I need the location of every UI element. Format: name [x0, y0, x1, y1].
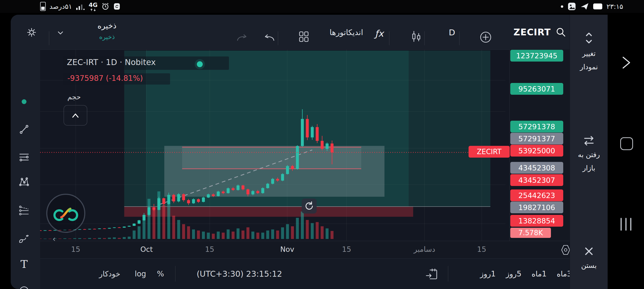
swap-arrows-icon: [582, 135, 596, 147]
price-badge: 43452307: [510, 174, 563, 186]
brush-tool[interactable]: [18, 233, 30, 245]
symbol-search-button[interactable]: ZECIRT: [513, 15, 567, 50]
save-status-label: ذخیره: [91, 32, 123, 42]
chart-type-button[interactable]: [410, 30, 423, 43]
time-axis-label: دسامبر: [414, 245, 435, 253]
fx-button[interactable]: ƒx: [375, 28, 384, 39]
nobitex-watermark: [46, 193, 86, 233]
add-button[interactable]: [479, 30, 493, 44]
price-badge: 123723945: [510, 50, 563, 62]
fib-lines-tool[interactable]: [18, 151, 30, 163]
auto-scale-button[interactable]: خودکار: [92, 258, 127, 289]
save-label: ذخیره: [91, 20, 123, 32]
dot-icon: [22, 99, 26, 104]
time-axis-label: 15: [71, 245, 80, 253]
xabcd-pattern-tool[interactable]: [18, 176, 30, 188]
battery-percent-label: ۵۱درصد: [49, 3, 72, 10]
redo-button[interactable]: [235, 32, 249, 43]
time-axis[interactable]: 15Oct15Nov15دسامبر15: [40, 241, 570, 258]
grid-layout-icon: [297, 30, 310, 43]
go-to-market-button[interactable]: رفتن به بازار: [570, 135, 608, 175]
market-status-dot[interactable]: [195, 59, 205, 69]
log-scale-button[interactable]: log: [128, 258, 152, 289]
chevrons-up-down-icon: [583, 31, 595, 46]
price-badge: 25442623: [510, 189, 563, 201]
gear-icon: [26, 26, 37, 38]
price-badge: 13828854: [510, 215, 563, 227]
close-label: بستن: [570, 259, 608, 272]
go-to-market-label-1: رفتن به: [570, 148, 608, 161]
xabcd-icon: [18, 176, 30, 188]
symbol-label: ZECIRT: [513, 27, 551, 37]
percent-scale-button[interactable]: %: [152, 258, 168, 289]
price-badge: 43452308: [510, 162, 563, 174]
emoji-tool[interactable]: [18, 285, 30, 289]
symbol-title[interactable]: ZEC-IRT · 1D · Nobitex: [67, 58, 156, 67]
forecast-tool[interactable]: [18, 205, 30, 217]
price-change-label: -9375987 (-14.81%): [67, 74, 143, 83]
settings-button[interactable]: [26, 26, 37, 38]
nav-home-icon[interactable]: [620, 137, 633, 150]
text-icon: T: [21, 258, 28, 270]
calendar-export-icon: [425, 267, 439, 281]
undo-icon: [262, 32, 276, 43]
nav-recents-icon[interactable]: [620, 218, 631, 231]
layout-menu-button[interactable]: [55, 30, 66, 37]
time-axis-label: 15: [342, 245, 351, 253]
change-chart-label-1: تغییر: [570, 47, 608, 60]
chevron-left-icon[interactable]: ‹: [52, 234, 56, 244]
redo-icon: [235, 32, 249, 43]
alarm-icon: [101, 2, 109, 10]
side-action-panel: تغییر نمودار رفتن به بازار بستن: [570, 15, 608, 289]
indicators-button[interactable]: اندیکاتورها: [318, 26, 374, 38]
top-toolbar: ذخیره ذخیره اندیکاتورها ƒx: [11, 15, 608, 50]
brush-icon: [18, 233, 30, 245]
network-type-icon: 4G: [89, 2, 97, 12]
price-badge: 57291377: [510, 133, 563, 144]
plus-circle-icon: [479, 30, 493, 44]
time-axis-label: 15: [205, 245, 214, 253]
interval-label: D: [449, 28, 455, 37]
chart-app-screen: ذخیره ذخیره اندیکاتورها ƒx: [11, 15, 608, 289]
undo-button[interactable]: [262, 32, 276, 43]
range-buttons: 1روز5روز1ماه3ماه: [480, 258, 572, 289]
close-button[interactable]: بستن: [570, 245, 608, 272]
text-tool[interactable]: T: [18, 258, 30, 270]
send-icon: [580, 2, 589, 10]
change-chart-button[interactable]: تغییر نمودار: [570, 31, 608, 74]
time-axis-label: 15: [477, 245, 486, 253]
session-clock-label[interactable]: (UTC+3:30) 23:15:12: [182, 258, 297, 289]
price-badge: 53925000: [510, 145, 563, 157]
expand-pane-button[interactable]: [64, 105, 87, 126]
bottom-scale-bar: خودکار log % (UTC+3:30) 23:15:12 1روز5رو…: [40, 258, 570, 289]
price-badge: 19827106: [510, 201, 563, 213]
sync-icon: [113, 2, 121, 10]
reset-chart-button[interactable]: [302, 199, 317, 214]
refresh-icon: [304, 201, 315, 211]
price-badge: 95263071: [510, 83, 563, 95]
range-button[interactable]: 1ماه: [532, 269, 547, 278]
cursor-dot-tool[interactable]: [18, 96, 30, 108]
change-chart-label-2: نمودار: [570, 60, 608, 74]
signal-strength-icon: [76, 2, 85, 10]
gallery-icon: [568, 2, 576, 11]
clock-label: ۲۳:۱۵: [607, 3, 623, 10]
range-button[interactable]: 1روز: [480, 269, 496, 278]
go-to-market-label-2: بازار: [570, 161, 608, 175]
horizontal-lines-icon: [18, 151, 30, 163]
chevron-down-icon: [55, 30, 66, 37]
interval-button[interactable]: D: [444, 26, 459, 38]
symbol-price-badge: ZECIRT: [469, 146, 510, 158]
drawing-toolbar: T: [11, 50, 40, 289]
time-axis-label: Nov: [280, 245, 294, 253]
multichart-layout-button[interactable]: [297, 30, 310, 43]
save-button[interactable]: ذخیره ذخیره: [91, 20, 123, 42]
volume-study-label[interactable]: حجم: [67, 93, 81, 101]
range-button[interactable]: 5روز: [506, 269, 521, 278]
nav-back-icon[interactable]: [620, 56, 633, 70]
go-to-date-button[interactable]: [423, 258, 441, 289]
trendline-tool[interactable]: [18, 123, 30, 135]
battery-full-icon: [593, 3, 602, 9]
chevron-up-icon: [69, 111, 82, 120]
search-icon: [555, 26, 567, 38]
